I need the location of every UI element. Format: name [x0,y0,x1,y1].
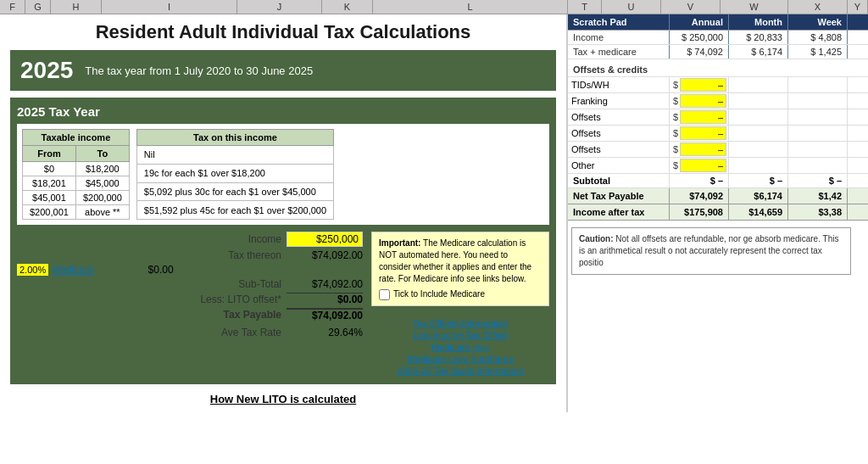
sp-offsets1-row: Offsets $ [568,109,868,126]
caution-text: Not all offsets are refundable, nor ge a… [579,234,838,267]
net-tax-annual: $74,092 [670,188,729,204]
sp-offsets2-input[interactable]: $ [670,126,729,141]
tax-on-income-table: Tax on this income Nil 19c for each $1 o… [136,129,334,220]
sp-annual-header: Annual [670,14,729,30]
sp-franking-value[interactable] [680,94,726,108]
caution-title: Caution: [579,234,614,243]
sp-other-row: Other $ [568,158,868,174]
scratch-pad-area: Scratch Pad Annual Month Week Income $ 2… [568,14,868,412]
sp-offsets3-input[interactable]: $ [670,142,729,157]
tax-payable-row: Tax Payable $74,092.00 [17,308,363,321]
sp-subtotal-label: Subtotal [568,174,670,187]
sp-tids-input[interactable]: $ [670,77,729,92]
sp-other-input[interactable]: $ [670,158,729,173]
tax-year-label: 2025 Tax Year [17,104,549,119]
tax-row-1: 19c for each $1 over $18,200 [136,164,333,182]
sp-tids-value[interactable] [680,78,726,92]
taxable-income-table: Taxable income From To $0 $18,200 [22,129,130,220]
sp-franking-label: Franking [568,93,670,109]
sp-income-week: $ 4,808 [788,31,848,44]
sp-offsets2-value[interactable] [680,126,726,140]
lito-row: Less: LITO offset* $0.00 [17,293,363,305]
col-i: I [102,0,237,14]
income-after-label: Income after tax [568,204,670,220]
year-banner: 2025 The tax year from 1 July 2020 to 30… [10,50,556,91]
tax-payable-value: $74,092.00 [287,308,363,321]
medicare-checkbox[interactable] [379,289,390,300]
sp-tax-medicare-annual: $ 74,092 [670,45,729,59]
scratch-pad-header: Scratch Pad Annual Month Week [568,14,868,31]
medicare-value: $0.00 [97,264,174,276]
col-t: T [568,0,602,14]
net-tax-week: $1,42 [788,188,848,204]
to-header: To [75,146,129,162]
important-title: Important: [379,238,420,248]
sp-other-week [788,158,848,173]
sp-subtotal-month: $ – [729,174,788,187]
sp-franking-month [729,93,788,109]
medicare-row: 2.00% Medicare $0.00 [17,264,363,276]
taxable-income-header: Taxable income [23,130,130,146]
col-g: G [25,0,51,14]
tax-row-0: Nil [136,146,333,165]
medicare-link[interactable]: Medicare [52,264,93,276]
year-description: The tax year from 1 July 2020 to 30 June… [85,64,313,77]
subtotal-row: Sub-Total $74,092.00 [17,278,363,290]
col-u: U [602,0,661,14]
income-calc-row: Income $250,000 [17,232,363,247]
subtotal-label: Sub-Total [171,278,281,290]
from-val: $45,001 [23,191,76,205]
net-tax-label: Net Tax Payable [568,188,670,204]
sp-week-header: Week [788,14,848,30]
subtotal-value: $74,092.00 [287,278,363,290]
sp-offsets3-row: Offsets $ [568,142,868,158]
lito-label: Less: LITO offset* [171,293,281,305]
sp-offsets1-label: Offsets [568,109,670,125]
sp-offsets1-value[interactable] [680,110,726,124]
important-box: Important: The Medicare calculation is N… [371,232,549,306]
page-title: Resident Adult Individual Tax Calculatio… [10,21,556,43]
sp-offsets2-row: Offsets $ [568,126,868,142]
tax-row-3: $51,592 plus 45c for each $1 over $200,0… [136,201,333,220]
sp-offsets1-input[interactable]: $ [670,109,729,125]
from-val: $0 [23,162,76,176]
sp-offsets3-month [729,142,788,157]
link-2[interactable]: Medicare levy [371,342,549,352]
col-j: J [237,0,322,14]
link-3[interactable]: Medicare Levy Surcharge [371,354,549,364]
sp-offsets1-week [788,109,848,125]
ave-tax-rate-row: Ave Tax Rate 29.64% [17,327,363,338]
link-0[interactable]: Tax Offsets Information [371,318,549,328]
sp-other-label: Other [568,158,670,173]
sp-franking-week [788,93,848,109]
sp-tax-medicare-week: $ 1,425 [788,45,848,59]
table-row: $18,201 $45,000 [23,176,130,191]
link-1[interactable]: Low Income Tax Offset [371,330,549,340]
sp-offsets3-value[interactable] [680,143,726,156]
sp-other-value[interactable] [680,159,726,172]
sp-tids-month [729,77,788,92]
how-lito[interactable]: How New LITO is calculated [10,393,556,405]
caution-box: Caution: Not all offsets are refundable,… [571,227,851,275]
left-spreadsheet-area: Resident Adult Individual Tax Calculatio… [0,14,568,412]
to-val: above ** [75,205,129,220]
sp-income-row: Income $ 250,000 $ 20,833 $ 4,808 [568,31,868,45]
income-calc-label: Income [171,233,281,245]
sp-title: Scratch Pad [568,14,670,30]
sp-tids-week [788,77,848,92]
col-h: H [51,0,102,14]
tax-payable-label: Tax Payable [171,309,281,321]
sp-offsets3-label: Offsets [568,142,670,157]
ave-tax-rate-label: Ave Tax Rate [171,327,281,338]
sp-tax-medicare-row: Tax + medicare $ 74,092 $ 6,174 $ 1,425 [568,45,868,59]
calc-section: Income $250,000 Tax thereon $74,092.00 2… [17,232,549,377]
table-row: $0 $18,200 [23,162,130,176]
lito-value: $0.00 [287,293,363,305]
medicare-pct[interactable]: 2.00% [17,264,48,276]
income-calc-value[interactable]: $250,000 [287,232,363,247]
link-4[interactable]: 2024-25 Tax Scale Information [371,366,549,376]
income-after-tax-row: Income after tax $175,908 $14,659 $3,38 [568,204,868,221]
sp-franking-input[interactable]: $ [670,93,729,109]
sp-franking-row: Franking $ [568,93,868,109]
from-header: From [23,146,76,162]
